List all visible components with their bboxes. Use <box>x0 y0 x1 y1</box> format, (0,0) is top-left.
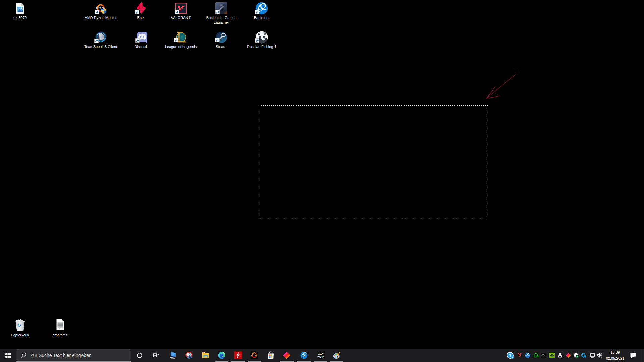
svg-text:RYZEN: RYZEN <box>251 354 257 356</box>
svg-text:ZONE: ZONE <box>317 356 324 359</box>
svg-text:WAR: WAR <box>318 353 324 356</box>
